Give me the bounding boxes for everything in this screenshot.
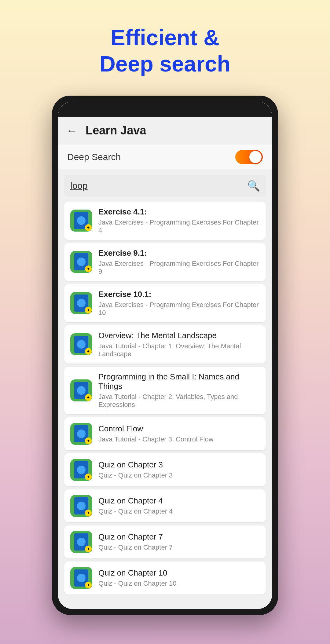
- item-icon-badge-3: ✦: [85, 348, 92, 355]
- item-title-4: Programming in the Small I: Names and Th…: [98, 372, 260, 391]
- item-subtitle-0: Java Exercises - Programming Exercises F…: [98, 218, 260, 234]
- item-icon-badge-9: ✦: [85, 582, 92, 588]
- item-text-2: Exercise 10.1: Java Exercises - Programm…: [98, 290, 260, 317]
- item-text-5: Control Flow Java Tutorial - Chapter 3: …: [98, 424, 260, 443]
- item-text-4: Programming in the Small I: Names and Th…: [98, 372, 260, 409]
- item-title-0: Exercise 4.1:: [98, 207, 260, 217]
- search-input-bar: loop 🔍: [64, 175, 266, 197]
- item-title-8: Quiz on Chapter 7: [98, 532, 260, 542]
- item-icon-badge-7: ✦: [85, 510, 92, 516]
- deep-search-toggle[interactable]: [235, 150, 263, 164]
- results-list: ✦ Exercise 4.1: Java Exercises - Program…: [58, 202, 272, 609]
- toolbar-title: Learn Java: [86, 124, 146, 137]
- item-text-9: Quiz on Chapter 10 Quiz - Quiz on Chapte…: [98, 568, 260, 587]
- headline-text: Efficient & Deep search: [12, 24, 318, 77]
- item-title-6: Quiz on Chapter 3: [98, 460, 260, 470]
- back-button[interactable]: ←: [64, 123, 79, 138]
- phone-notch: [58, 102, 272, 117]
- item-icon-badge-0: ✦: [85, 224, 92, 231]
- item-text-6: Quiz on Chapter 3 Quiz - Quiz on Chapter…: [98, 460, 260, 479]
- search-input-value[interactable]: loop: [70, 181, 244, 191]
- item-icon-badge-1: ✦: [85, 265, 92, 272]
- item-title-3: Overview: The Mental Landscape: [98, 331, 260, 340]
- item-icon-7: ✦: [70, 495, 92, 517]
- item-subtitle-4: Java Tutorial - Chapter 2: Variables, Ty…: [98, 393, 260, 409]
- list-item[interactable]: ✦ Quiz on Chapter 3 Quiz - Quiz on Chapt…: [64, 453, 266, 486]
- list-item[interactable]: ✦ Exercise 9.1: Java Exercises - Program…: [64, 243, 266, 281]
- item-subtitle-1: Java Exercises - Programming Exercises F…: [98, 260, 260, 276]
- list-item[interactable]: ✦ Programming in the Small I: Names and …: [64, 367, 266, 414]
- item-icon-1: ✦: [70, 251, 92, 273]
- toggle-knob: [249, 151, 262, 163]
- item-icon-9: ✦: [70, 567, 92, 589]
- deep-search-label: Deep Search: [67, 152, 121, 162]
- list-item[interactable]: ✦ Exercise 10.1: Java Exercises - Progra…: [64, 284, 266, 322]
- item-subtitle-6: Quiz - Quiz on Chapter 3: [98, 471, 260, 479]
- item-icon-2: ✦: [70, 292, 92, 314]
- item-icon-5: ✦: [70, 423, 92, 445]
- phone-screen: ← Learn Java Deep Search loop 🔍 ✦: [58, 102, 272, 609]
- item-title-9: Quiz on Chapter 10: [98, 568, 260, 578]
- item-title-7: Quiz on Chapter 4: [98, 496, 260, 506]
- item-icon-8: ✦: [70, 531, 92, 553]
- item-subtitle-5: Java Tutorial - Chapter 3: Control Flow: [98, 435, 260, 443]
- list-item[interactable]: ✦ Quiz on Chapter 10 Quiz - Quiz on Chap…: [64, 562, 266, 595]
- item-subtitle-2: Java Exercises - Programming Exercises F…: [98, 301, 260, 317]
- item-subtitle-9: Quiz - Quiz on Chapter 10: [98, 580, 260, 587]
- item-icon-badge-8: ✦: [85, 546, 92, 552]
- item-subtitle-7: Quiz - Quiz on Chapter 4: [98, 507, 260, 515]
- item-icon-3: ✦: [70, 333, 92, 355]
- headline-line1: Efficient &: [111, 25, 219, 50]
- list-item[interactable]: ✦ Control Flow Java Tutorial - Chapter 3…: [64, 417, 266, 450]
- search-button[interactable]: 🔍: [248, 180, 260, 192]
- item-title-2: Exercise 10.1:: [98, 290, 260, 299]
- phone-device: ← Learn Java Deep Search loop 🔍 ✦: [52, 96, 278, 615]
- item-icon-badge-6: ✦: [85, 474, 92, 480]
- item-title-5: Control Flow: [98, 424, 260, 434]
- item-subtitle-8: Quiz - Quiz on Chapter 7: [98, 543, 260, 551]
- item-subtitle-3: Java Tutorial - Chapter 1: Overview: The…: [98, 342, 260, 358]
- item-title-1: Exercise 9.1:: [98, 248, 260, 258]
- item-icon-badge-4: ✦: [85, 394, 92, 401]
- item-text-1: Exercise 9.1: Java Exercises - Programmi…: [98, 248, 260, 276]
- item-text-0: Exercise 4.1: Java Exercises - Programmi…: [98, 207, 260, 234]
- list-item[interactable]: ✦ Quiz on Chapter 7 Quiz - Quiz on Chapt…: [64, 525, 266, 558]
- item-icon-4: ✦: [70, 379, 92, 401]
- deep-search-row: Deep Search: [58, 145, 272, 170]
- item-text-3: Overview: The Mental Landscape Java Tuto…: [98, 331, 260, 358]
- list-item[interactable]: ✦ Quiz on Chapter 4 Quiz - Quiz on Chapt…: [64, 489, 266, 522]
- list-item[interactable]: ✦ Overview: The Mental Landscape Java Tu…: [64, 325, 266, 364]
- headline-line2: Deep search: [100, 52, 230, 76]
- search-icon: 🔍: [247, 180, 260, 192]
- app-toolbar: ← Learn Java: [58, 117, 272, 145]
- list-item[interactable]: ✦ Exercise 4.1: Java Exercises - Program…: [64, 202, 266, 240]
- item-icon-0: ✦: [70, 210, 92, 232]
- item-icon-badge-5: ✦: [85, 437, 92, 444]
- item-icon-6: ✦: [70, 459, 92, 481]
- item-icon-badge-2: ✦: [85, 307, 92, 313]
- item-text-8: Quiz on Chapter 7 Quiz - Quiz on Chapter…: [98, 532, 260, 551]
- item-text-7: Quiz on Chapter 4 Quiz - Quiz on Chapter…: [98, 496, 260, 515]
- back-icon: ←: [66, 124, 77, 137]
- headline-area: Efficient & Deep search: [0, 0, 330, 90]
